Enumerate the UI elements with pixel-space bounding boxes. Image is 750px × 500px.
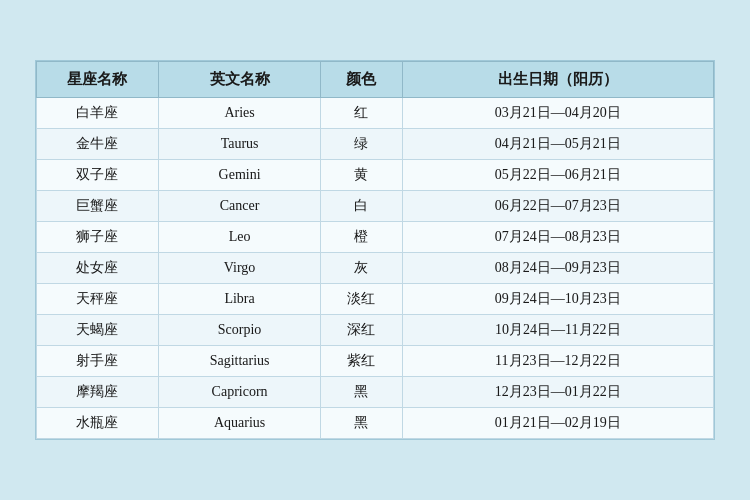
cell-color: 黑 <box>321 377 402 408</box>
cell-date: 11月23日—12月22日 <box>402 346 713 377</box>
cell-zh-name: 白羊座 <box>37 98 159 129</box>
cell-en-name: Capricorn <box>158 377 320 408</box>
cell-date: 09月24日—10月23日 <box>402 284 713 315</box>
table-row: 双子座Gemini黄05月22日—06月21日 <box>37 160 714 191</box>
cell-color: 淡红 <box>321 284 402 315</box>
cell-en-name: Sagittarius <box>158 346 320 377</box>
cell-zh-name: 射手座 <box>37 346 159 377</box>
cell-date: 04月21日—05月21日 <box>402 129 713 160</box>
cell-en-name: Gemini <box>158 160 320 191</box>
cell-color: 灰 <box>321 253 402 284</box>
table-row: 金牛座Taurus绿04月21日—05月21日 <box>37 129 714 160</box>
cell-zh-name: 处女座 <box>37 253 159 284</box>
cell-color: 黑 <box>321 408 402 439</box>
cell-zh-name: 金牛座 <box>37 129 159 160</box>
cell-date: 06月22日—07月23日 <box>402 191 713 222</box>
cell-zh-name: 天蝎座 <box>37 315 159 346</box>
cell-date: 05月22日—06月21日 <box>402 160 713 191</box>
zodiac-table-container: 星座名称 英文名称 颜色 出生日期（阳历） 白羊座Aries红03月21日—04… <box>35 60 715 440</box>
cell-en-name: Aquarius <box>158 408 320 439</box>
cell-en-name: Virgo <box>158 253 320 284</box>
table-body: 白羊座Aries红03月21日—04月20日金牛座Taurus绿04月21日—0… <box>37 98 714 439</box>
cell-color: 红 <box>321 98 402 129</box>
table-row: 天秤座Libra淡红09月24日—10月23日 <box>37 284 714 315</box>
cell-en-name: Taurus <box>158 129 320 160</box>
table-row: 天蝎座Scorpio深红10月24日—11月22日 <box>37 315 714 346</box>
cell-date: 12月23日—01月22日 <box>402 377 713 408</box>
cell-color: 深红 <box>321 315 402 346</box>
table-row: 处女座Virgo灰08月24日—09月23日 <box>37 253 714 284</box>
table-row: 狮子座Leo橙07月24日—08月23日 <box>37 222 714 253</box>
header-zh-name: 星座名称 <box>37 62 159 98</box>
table-header-row: 星座名称 英文名称 颜色 出生日期（阳历） <box>37 62 714 98</box>
cell-zh-name: 狮子座 <box>37 222 159 253</box>
cell-date: 10月24日—11月22日 <box>402 315 713 346</box>
table-row: 白羊座Aries红03月21日—04月20日 <box>37 98 714 129</box>
header-en-name: 英文名称 <box>158 62 320 98</box>
cell-zh-name: 天秤座 <box>37 284 159 315</box>
table-row: 水瓶座Aquarius黑01月21日—02月19日 <box>37 408 714 439</box>
cell-zh-name: 双子座 <box>37 160 159 191</box>
cell-en-name: Cancer <box>158 191 320 222</box>
cell-date: 01月21日—02月19日 <box>402 408 713 439</box>
cell-color: 紫红 <box>321 346 402 377</box>
header-date: 出生日期（阳历） <box>402 62 713 98</box>
cell-color: 白 <box>321 191 402 222</box>
cell-en-name: Libra <box>158 284 320 315</box>
cell-color: 绿 <box>321 129 402 160</box>
table-row: 摩羯座Capricorn黑12月23日—01月22日 <box>37 377 714 408</box>
cell-date: 08月24日—09月23日 <box>402 253 713 284</box>
cell-zh-name: 摩羯座 <box>37 377 159 408</box>
cell-en-name: Scorpio <box>158 315 320 346</box>
table-row: 巨蟹座Cancer白06月22日—07月23日 <box>37 191 714 222</box>
zodiac-table: 星座名称 英文名称 颜色 出生日期（阳历） 白羊座Aries红03月21日—04… <box>36 61 714 439</box>
table-row: 射手座Sagittarius紫红11月23日—12月22日 <box>37 346 714 377</box>
cell-zh-name: 巨蟹座 <box>37 191 159 222</box>
header-color: 颜色 <box>321 62 402 98</box>
cell-zh-name: 水瓶座 <box>37 408 159 439</box>
cell-en-name: Leo <box>158 222 320 253</box>
cell-color: 橙 <box>321 222 402 253</box>
cell-date: 07月24日—08月23日 <box>402 222 713 253</box>
cell-color: 黄 <box>321 160 402 191</box>
cell-en-name: Aries <box>158 98 320 129</box>
cell-date: 03月21日—04月20日 <box>402 98 713 129</box>
